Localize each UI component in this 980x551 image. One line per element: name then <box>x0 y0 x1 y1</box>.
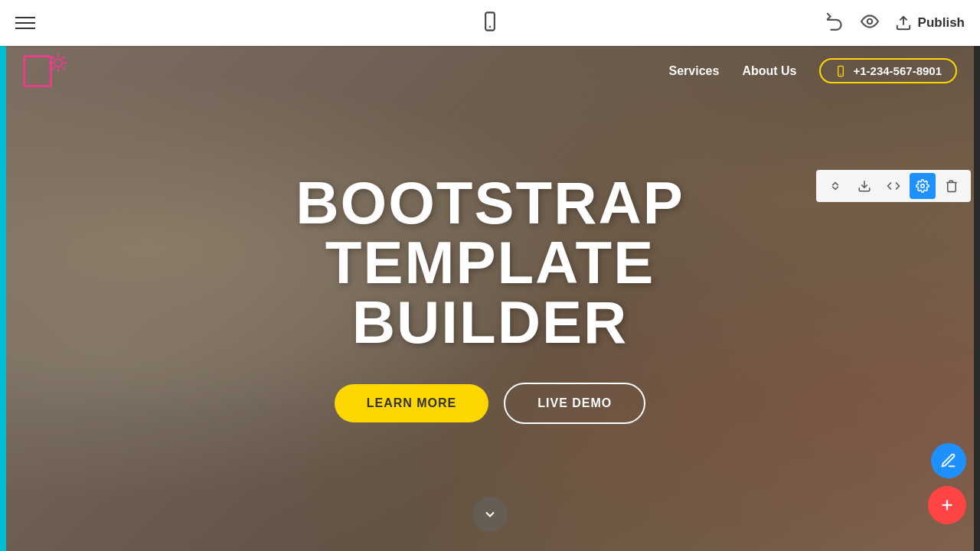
main-toolbar: Publish <box>0 0 980 46</box>
scroll-circle[interactable] <box>472 497 508 532</box>
hero-content: BOOTSTRAP TEMPLATE BUILDER LEARN MORE LI… <box>184 173 796 424</box>
svg-line-12 <box>52 67 55 70</box>
code-section-tool[interactable] <box>880 173 906 199</box>
section-toolbar <box>816 170 971 202</box>
hero-title: BOOTSTRAP TEMPLATE BUILDER <box>184 173 796 352</box>
svg-line-11 <box>62 56 65 59</box>
svg-line-9 <box>52 56 55 59</box>
hamburger-menu-icon[interactable] <box>15 17 35 29</box>
svg-point-4 <box>54 59 62 67</box>
phone-number: +1-234-567-8901 <box>853 64 942 77</box>
left-panel-edge <box>0 46 6 551</box>
hero-buttons: LEARN MORE LIVE DEMO <box>184 383 796 424</box>
undo-icon[interactable] <box>825 11 844 34</box>
hero-title-line1: BOOTSTRAP <box>184 173 796 233</box>
settings-section-tool[interactable] <box>910 173 936 199</box>
site-logo[interactable] <box>23 52 69 90</box>
hero-section: Services About Us +1-234-567-8901 <box>0 46 980 551</box>
hero-title-line2: TEMPLATE BUILDER <box>184 233 796 352</box>
mobile-view-icon[interactable] <box>479 11 501 35</box>
download-section-tool[interactable] <box>851 173 877 199</box>
right-scrollbar[interactable] <box>974 46 980 551</box>
svg-line-10 <box>62 67 65 70</box>
svg-point-2 <box>867 19 872 24</box>
edit-fab-button[interactable] <box>931 443 966 478</box>
scroll-down[interactable] <box>472 497 508 532</box>
publish-label: Publish <box>918 15 965 31</box>
live-demo-button[interactable]: LIVE DEMO <box>504 383 645 424</box>
toolbar-left <box>15 17 35 29</box>
site-navigation: Services About Us +1-234-567-8901 <box>0 46 980 96</box>
phone-button[interactable]: +1-234-567-8901 <box>819 58 957 83</box>
canvas-area: Services About Us +1-234-567-8901 <box>0 46 980 551</box>
toolbar-center <box>479 11 501 35</box>
nav-services[interactable]: Services <box>669 64 720 78</box>
preview-icon[interactable] <box>860 11 880 34</box>
move-section-tool[interactable] <box>822 173 848 199</box>
nav-links: Services About Us +1-234-567-8901 <box>669 58 957 83</box>
nav-about[interactable]: About Us <box>742 64 796 78</box>
learn-more-button[interactable]: LEARN MORE <box>335 384 489 422</box>
logo-sun-icon <box>47 52 69 73</box>
delete-section-tool[interactable] <box>939 173 965 199</box>
publish-button[interactable]: Publish <box>895 15 965 31</box>
svg-point-16 <box>921 184 925 188</box>
toolbar-right: Publish <box>825 11 965 34</box>
add-fab-button[interactable] <box>928 486 966 524</box>
